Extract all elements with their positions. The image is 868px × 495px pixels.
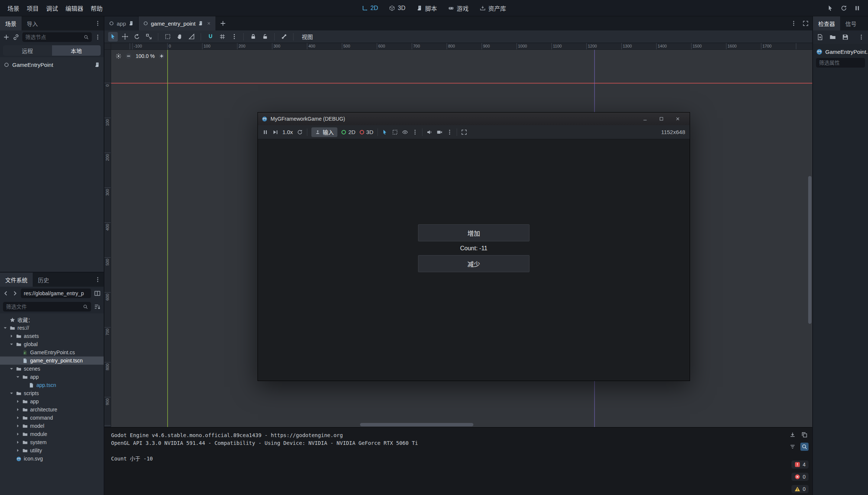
- node-picker-icon[interactable]: [392, 129, 398, 135]
- save-resource-icon[interactable]: [842, 34, 849, 40]
- minimize-button[interactable]: [637, 113, 653, 125]
- message-filter-badge[interactable]: 4: [791, 460, 809, 469]
- hscroll-thumb[interactable]: [360, 423, 473, 426]
- fs-tree-row[interactable]: model: [0, 422, 104, 430]
- input-mode-button[interactable]: 输入: [311, 127, 337, 137]
- add-node-icon[interactable]: [3, 34, 10, 40]
- camera-override-icon[interactable]: [437, 129, 443, 135]
- scene-dock-tab[interactable]: 场景: [0, 16, 22, 30]
- expand-icon[interactable]: [16, 424, 20, 428]
- close-button[interactable]: [670, 113, 686, 125]
- menubar-menu-item[interactable]: 项目: [23, 4, 42, 13]
- fs-tree-row[interactable]: icon.svg: [0, 455, 104, 463]
- workspace-tab-2d[interactable]: 2D: [362, 5, 378, 12]
- restart-game-icon[interactable]: [841, 5, 847, 12]
- select-tool-icon[interactable]: [108, 32, 118, 42]
- move-tool-icon[interactable]: [120, 32, 130, 42]
- load-resource-icon[interactable]: [829, 34, 836, 40]
- vscroll-thumb[interactable]: [808, 176, 812, 324]
- fs-tree-row[interactable]: res://: [0, 324, 104, 332]
- rotate-tool-icon[interactable]: [132, 32, 142, 42]
- menubar-menu-item[interactable]: 编辑器: [62, 4, 87, 13]
- inspector-menu-icon[interactable]: [858, 34, 864, 40]
- scene-dock-tab[interactable]: 导入: [22, 16, 43, 30]
- zoom-out-icon[interactable]: [125, 53, 132, 59]
- select-mode-icon[interactable]: [382, 129, 388, 135]
- decrease-button[interactable]: 减少: [418, 255, 529, 272]
- audio-mute-icon[interactable]: [427, 129, 433, 135]
- expand-icon[interactable]: [9, 334, 14, 338]
- fs-tree-row[interactable]: command: [0, 414, 104, 422]
- filter-nodes-input[interactable]: [25, 34, 81, 40]
- split-view-icon[interactable]: [94, 290, 101, 297]
- close-tab-icon[interactable]: [207, 21, 211, 26]
- mode-3d-button[interactable]: 3D: [360, 129, 373, 135]
- warning-filter-badge[interactable]: 0: [791, 485, 809, 493]
- snap-options-icon[interactable]: [229, 32, 239, 42]
- skeleton-options-icon[interactable]: [279, 32, 289, 42]
- selection-options-icon[interactable]: [412, 129, 418, 135]
- collapse-icon[interactable]: [16, 375, 20, 379]
- sort-files-icon[interactable]: [94, 303, 101, 310]
- maximize-button[interactable]: [653, 113, 670, 125]
- collapse-icon[interactable]: [9, 367, 14, 371]
- scene-tree-row[interactable]: GameEntryPoint: [0, 59, 104, 70]
- history-forward-icon[interactable]: [12, 290, 18, 296]
- embed-fullscreen-icon[interactable]: [461, 129, 467, 135]
- fs-tree-row[interactable]: scripts: [0, 389, 104, 397]
- attached-script-icon[interactable]: [94, 62, 100, 68]
- scene-tab-game_entry_point[interactable]: game_entry_point: [139, 16, 216, 30]
- new-resource-icon[interactable]: [817, 34, 823, 40]
- remote-button[interactable]: 远程: [3, 45, 52, 56]
- filter-properties-input[interactable]: [816, 58, 865, 68]
- horizontal-scrollbar[interactable]: [111, 423, 807, 426]
- visibility-icon[interactable]: [402, 129, 408, 135]
- zoom-level[interactable]: 100.0 %: [136, 53, 155, 59]
- log-search-icon[interactable]: [800, 443, 809, 451]
- instance-scene-icon[interactable]: [13, 34, 19, 40]
- suspend-icon[interactable]: [262, 129, 268, 135]
- pan-tool-icon[interactable]: [175, 32, 184, 42]
- pause-game-icon[interactable]: [854, 5, 861, 12]
- scene-tab-list-icon[interactable]: [791, 20, 797, 26]
- script-icon[interactable]: [129, 21, 134, 26]
- filesystem-dock-tab[interactable]: 文件系统: [0, 273, 33, 287]
- workspace-tab-game[interactable]: 游戏: [448, 4, 469, 13]
- menubar-menu-item[interactable]: 调试: [42, 4, 62, 13]
- expand-viewport-icon[interactable]: [803, 20, 809, 26]
- scene-dock-menu-icon[interactable]: [95, 20, 101, 26]
- script-icon[interactable]: [198, 21, 203, 26]
- expand-icon[interactable]: [16, 399, 20, 404]
- workspace-tab-script[interactable]: 脚本: [417, 4, 437, 13]
- zoom-in-icon[interactable]: [158, 53, 165, 59]
- fs-tree-row[interactable]: app.tscn: [0, 381, 104, 389]
- expand-icon[interactable]: [16, 416, 20, 420]
- next-frame-icon[interactable]: [272, 129, 278, 135]
- log-collapse-icon[interactable]: [788, 443, 797, 451]
- scale-tool-icon[interactable]: [144, 32, 153, 42]
- fs-tree-row[interactable]: assets: [0, 332, 104, 340]
- fs-tree-row[interactable]: global: [0, 340, 104, 348]
- mouse-emulation-icon[interactable]: [827, 5, 834, 12]
- workspace-tab-assetlib[interactable]: 资产库: [480, 4, 506, 13]
- fs-tree-row[interactable]: 收藏：: [0, 316, 104, 324]
- collapse-icon[interactable]: [9, 391, 14, 395]
- fs-tree-row[interactable]: utility: [0, 446, 104, 455]
- smart-snap-toggle-icon[interactable]: [205, 32, 215, 42]
- fs-tree-row[interactable]: #GameEntryPoint.cs: [0, 348, 104, 356]
- expand-icon[interactable]: [16, 448, 20, 453]
- history-back-icon[interactable]: [3, 290, 9, 296]
- copy-log-icon[interactable]: [800, 431, 809, 439]
- filesystem-dock-tab[interactable]: 历史: [33, 273, 54, 287]
- fs-tree-row[interactable]: app: [0, 397, 104, 406]
- ruler-tool-icon[interactable]: [187, 32, 196, 42]
- mode-2d-button[interactable]: 2D: [341, 129, 355, 135]
- view-menu-button[interactable]: 视图: [302, 33, 313, 40]
- expand-icon[interactable]: [16, 440, 20, 444]
- increase-button[interactable]: 增加: [418, 224, 529, 241]
- inspector-tab[interactable]: 检查器: [813, 16, 840, 30]
- expand-icon[interactable]: [16, 407, 20, 412]
- reset-time-scale-icon[interactable]: [297, 129, 303, 135]
- workspace-tab-3d[interactable]: 3D: [389, 5, 405, 12]
- error-filter-badge[interactable]: 0: [791, 473, 809, 481]
